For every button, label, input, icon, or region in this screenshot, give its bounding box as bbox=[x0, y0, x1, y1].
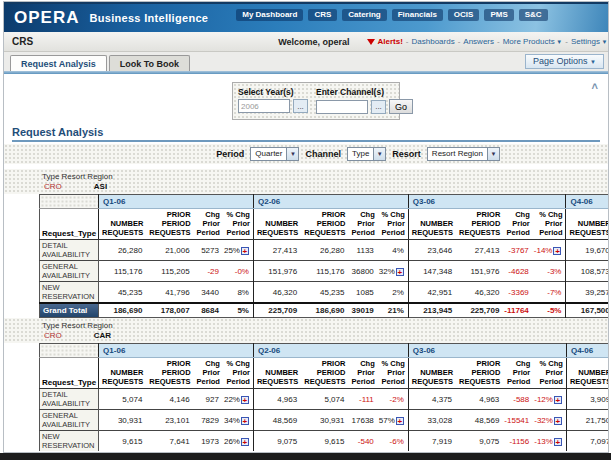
link-separator: - bbox=[497, 37, 500, 46]
table-cell: 7,097 bbox=[566, 431, 608, 452]
corner-cell bbox=[40, 195, 99, 209]
table-cell: 8% bbox=[223, 282, 254, 304]
table-row: GENERAL AVAILABILITY30,93123,101782934%+… bbox=[40, 410, 609, 431]
table-row: DETAIL AVAILABILITY5,0744,14692722%+4,96… bbox=[40, 389, 609, 410]
drilldown-expand-icon[interactable]: + bbox=[396, 417, 404, 425]
table-cell: 1085 bbox=[348, 282, 377, 304]
table-cell: 9,615 bbox=[301, 431, 348, 452]
opera-logo: OPERA bbox=[14, 8, 79, 28]
prompt-filter-box: Select Year(s) ... Enter Channel(s) ... … bbox=[232, 82, 400, 120]
year-picker-button[interactable]: ... bbox=[293, 99, 308, 113]
quarter-header: Q2-06 bbox=[253, 344, 408, 358]
app-window: OPERA Business Intelligence My Dashboard… bbox=[3, 1, 609, 453]
page-options-button[interactable]: Page Options ▼ bbox=[525, 54, 604, 69]
year-input[interactable] bbox=[238, 99, 290, 113]
group-by-label: Type Resort Region bbox=[42, 321, 113, 330]
table-cell: 4,146 bbox=[146, 389, 193, 410]
table-cell: -29 bbox=[194, 261, 223, 282]
table-cell: 213,945 bbox=[408, 303, 456, 318]
drilldown-expand-icon[interactable]: + bbox=[396, 268, 404, 276]
product-subtitle: Business Intelligence bbox=[89, 12, 208, 24]
header-link-settings[interactable]: Settings ▼ bbox=[571, 37, 608, 46]
table-cell: 21% bbox=[378, 303, 409, 318]
drilldown-expand-icon[interactable]: + bbox=[241, 438, 249, 446]
cro-value: CRO bbox=[44, 331, 62, 340]
utility-links: Alerts! -Dashboards-Answers-More Product… bbox=[367, 37, 608, 46]
table-cell: -588 bbox=[503, 389, 533, 410]
drilldown-expand-icon[interactable]: + bbox=[241, 247, 249, 255]
control-select-channel[interactable]: Type▼ bbox=[347, 147, 386, 161]
nav-item-catering[interactable]: Catering bbox=[342, 9, 386, 21]
select-value: Quarter bbox=[251, 148, 286, 160]
alerts-link[interactable]: Alerts! bbox=[367, 37, 402, 46]
table-cell: -5% bbox=[533, 303, 566, 318]
table-cell: 3440 bbox=[194, 282, 223, 304]
table-cell: 26%+ bbox=[223, 431, 254, 452]
channel-input[interactable] bbox=[316, 100, 368, 114]
collapse-arrow-icon[interactable]: ˄ bbox=[592, 80, 598, 92]
table-cell: 4,963 bbox=[253, 389, 301, 410]
table-cell: 4,375 bbox=[408, 389, 456, 410]
drilldown-expand-icon[interactable]: + bbox=[554, 438, 562, 446]
drilldown-expand-icon[interactable]: + bbox=[554, 396, 562, 404]
table-cell: -111 bbox=[348, 389, 377, 410]
table-cell: -4628 bbox=[503, 261, 532, 282]
column-header: NUMBER REQUESTS bbox=[408, 209, 456, 240]
header-link-answers[interactable]: Answers bbox=[463, 37, 494, 46]
control-label-period: Period bbox=[216, 149, 244, 159]
table-cell: 178,007 bbox=[146, 303, 193, 318]
window-edge bbox=[0, 453, 611, 460]
drilldown-expand-icon[interactable]: + bbox=[553, 247, 561, 255]
table-cell: 9,075 bbox=[253, 431, 301, 452]
table-cell: 9,615 bbox=[99, 431, 147, 452]
main-nav: My DashboardCRSCateringFinancialsOCISPMS… bbox=[236, 9, 547, 21]
table-cell: 30,931 bbox=[301, 410, 348, 431]
table-cell: 151,976 bbox=[253, 261, 301, 282]
go-button[interactable]: Go bbox=[389, 99, 413, 114]
column-header: PRIOR PERIOD REQUESTS bbox=[456, 209, 503, 240]
table-cell: 22%+ bbox=[223, 389, 254, 410]
table-cell: 1973 bbox=[194, 431, 223, 452]
table-cell: 17638 bbox=[348, 410, 377, 431]
group-by-row: Type Resort Region bbox=[4, 169, 608, 181]
table-cell: 151,976 bbox=[456, 261, 503, 282]
row-label: NEW RESERVATION bbox=[40, 431, 99, 452]
tab-request-analysis[interactable]: Request Analysis bbox=[10, 55, 107, 71]
table-cell: -7% bbox=[533, 282, 566, 304]
table-cell: -3369 bbox=[503, 282, 532, 304]
header-link-dashboards[interactable]: Dashboards bbox=[412, 37, 455, 46]
drilldown-expand-icon[interactable]: + bbox=[554, 417, 562, 425]
table-cell: 30,931 bbox=[99, 410, 147, 431]
drilldown-expand-icon[interactable]: + bbox=[241, 396, 249, 404]
channel-picker-button[interactable]: ... bbox=[371, 100, 386, 114]
group-by-row: Type Resort Region bbox=[4, 318, 608, 330]
request-analysis-table: Q1-06Q2-06Q3-06Q4-06Request_TypeNUMBER R… bbox=[39, 343, 608, 451]
table-cell: 21,750 bbox=[566, 410, 608, 431]
module-title: CRS bbox=[12, 36, 33, 47]
quarter-header: Q3-06 bbox=[408, 344, 566, 358]
column-header: NUMBER REQUESTS bbox=[253, 358, 301, 389]
tab-look-to-book[interactable]: Look To Book bbox=[109, 55, 190, 71]
nav-item-s-c[interactable]: S&C bbox=[519, 9, 548, 21]
drilldown-expand-icon[interactable]: + bbox=[241, 417, 249, 425]
nav-item-pms[interactable]: PMS bbox=[484, 9, 513, 21]
row-label: GENERAL AVAILABILITY bbox=[40, 410, 99, 431]
table-cell: 5% bbox=[223, 303, 254, 318]
nav-item-my-dashboard[interactable]: My Dashboard bbox=[236, 9, 303, 21]
nav-item-ocis[interactable]: OCIS bbox=[448, 9, 480, 21]
header-link-more-products[interactable]: More Products ▼ bbox=[503, 37, 563, 46]
nav-item-financials[interactable]: Financials bbox=[392, 9, 443, 21]
welcome-text: Welcome, operal bbox=[278, 37, 349, 47]
table-cell: 4,963 bbox=[456, 389, 503, 410]
group-value-row: CROASI bbox=[4, 181, 608, 194]
nav-item-crs[interactable]: CRS bbox=[308, 9, 337, 21]
table-cell: 36800 bbox=[348, 261, 377, 282]
quarter-header: Q4-06 bbox=[566, 344, 608, 358]
cro-value: CRO bbox=[44, 182, 62, 191]
row-label: GENERAL AVAILABILITY bbox=[40, 261, 99, 282]
table-cell: 7,919 bbox=[408, 431, 456, 452]
control-select-resort[interactable]: Resort Region▼ bbox=[427, 147, 500, 161]
control-select-period[interactable]: Quarter▼ bbox=[250, 147, 299, 161]
link-separator: - bbox=[458, 37, 461, 46]
row-label: DETAIL AVAILABILITY bbox=[40, 240, 99, 261]
